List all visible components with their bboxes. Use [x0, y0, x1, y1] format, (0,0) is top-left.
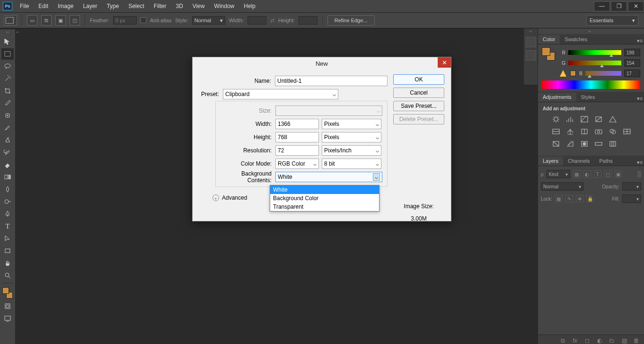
filter-pixel-icon[interactable]: ▦ — [573, 170, 581, 178]
foreground-background-color[interactable] — [1, 286, 14, 300]
layer-style-icon[interactable]: fx — [571, 337, 579, 344]
bg-option-transparent[interactable]: Transparent — [270, 203, 379, 211]
healing-brush-tool[interactable] — [1, 110, 14, 121]
tool-preset-icon[interactable] — [4, 15, 17, 26]
r-value[interactable]: 199 — [624, 49, 640, 56]
marquee-tool[interactable] — [1, 48, 14, 60]
menu-window[interactable]: Window — [210, 1, 239, 11]
bg-option-background-color[interactable]: Background Color — [270, 194, 379, 203]
g-slider[interactable] — [568, 61, 621, 65]
resolution-unit-select[interactable]: Pixels/Inch⌵ — [322, 145, 381, 156]
lock-all-icon[interactable]: 🔒 — [586, 195, 594, 203]
tab-paths[interactable]: Paths — [595, 157, 618, 166]
color-mode-select[interactable]: RGB Color⌵ — [275, 159, 319, 169]
add-selection-icon[interactable]: ⧉ — [41, 15, 52, 26]
magic-wand-tool[interactable] — [1, 73, 14, 84]
bg-option-white[interactable]: White — [270, 185, 379, 194]
new-group-icon[interactable]: 🗀 — [608, 337, 616, 344]
refine-edge-button[interactable]: Refine Edge... — [327, 15, 375, 26]
dodge-tool[interactable] — [1, 196, 14, 207]
menu-view[interactable]: View — [188, 1, 210, 11]
b-slider[interactable] — [585, 71, 621, 76]
history-brush-tool[interactable] — [1, 147, 14, 158]
gradient-map-icon[interactable] — [594, 140, 603, 148]
photo-filter-icon[interactable] — [594, 127, 603, 136]
closest-color-swatch[interactable] — [570, 71, 576, 76]
brush-tool[interactable] — [1, 122, 14, 133]
levels-icon[interactable] — [565, 115, 575, 123]
layers-panel-menu-icon[interactable]: ▾≡ — [635, 159, 644, 166]
dlg-height-input[interactable] — [275, 132, 319, 142]
blend-mode-select[interactable]: Normal▾ — [541, 182, 583, 191]
type-tool[interactable]: T — [1, 221, 14, 232]
adjustments-panel-menu-icon[interactable]: ▾≡ — [635, 96, 644, 102]
menu-type[interactable]: Type — [102, 1, 124, 11]
exposure-icon[interactable] — [594, 115, 603, 123]
menu-help[interactable]: Help — [239, 1, 260, 11]
menu-filter[interactable]: Filter — [149, 1, 171, 11]
hand-tool[interactable] — [1, 257, 14, 269]
new-fill-layer-icon[interactable]: ◐ — [596, 337, 603, 344]
new-layer-icon[interactable]: ▤ — [620, 337, 628, 344]
expand-tabs-icon[interactable]: ‹‹ — [16, 29, 19, 35]
lock-transparency-icon[interactable]: ▦ — [555, 195, 563, 203]
subtract-selection-icon[interactable]: ▣ — [55, 15, 66, 26]
layer-mask-icon[interactable]: ◻ — [583, 337, 591, 344]
lock-position-icon[interactable]: ✥ — [576, 195, 583, 203]
delete-layer-icon[interactable]: 🗑 — [633, 337, 640, 344]
blur-tool[interactable] — [1, 184, 14, 195]
menu-file[interactable]: File — [15, 1, 34, 11]
opt-height-input[interactable] — [299, 16, 318, 25]
color-balance-icon[interactable] — [565, 127, 575, 136]
gradient-tool[interactable] — [1, 171, 14, 183]
opt-width-input[interactable] — [247, 16, 266, 25]
layer-filter-kind[interactable]: Kind▾ — [547, 170, 570, 178]
window-minimize-button[interactable]: — — [594, 1, 610, 11]
bit-depth-select[interactable]: 8 bit⌵ — [322, 159, 381, 169]
pen-tool[interactable] — [1, 208, 14, 220]
filter-type-icon[interactable]: T — [594, 170, 601, 178]
link-layers-icon[interactable]: ⧉ — [559, 337, 566, 344]
color-panel-menu-icon[interactable]: ▾≡ — [635, 38, 644, 44]
filter-smart-icon[interactable]: ▣ — [615, 170, 622, 178]
filter-shape-icon[interactable]: ▢ — [604, 170, 612, 178]
antialias-option[interactable]: Anti-alias — [141, 18, 171, 23]
black-white-icon[interactable] — [580, 127, 589, 136]
gamut-warning-icon[interactable] — [560, 70, 566, 77]
height-unit-select[interactable]: Pixels⌵ — [322, 132, 381, 142]
screen-mode-icon[interactable] — [1, 313, 14, 324]
save-preset-button[interactable]: Save Preset... — [393, 101, 444, 111]
quick-mask-icon[interactable] — [1, 300, 14, 312]
color-fgbg-swatch[interactable] — [542, 47, 555, 61]
r-slider[interactable] — [568, 50, 621, 55]
width-unit-select[interactable]: Pixels⌵ — [322, 119, 381, 129]
g-value[interactable]: 154 — [624, 59, 640, 67]
new-selection-icon[interactable]: ▭ — [27, 15, 37, 26]
tab-adjustments[interactable]: Adjustments — [538, 93, 576, 102]
selective-color-icon[interactable] — [608, 140, 618, 148]
menu-select[interactable]: Select — [124, 1, 149, 11]
lasso-tool[interactable] — [1, 61, 14, 72]
panel-collapse-icon[interactable]: ›› — [0, 29, 15, 35]
opacity-input[interactable]: ▾ — [622, 182, 641, 191]
properties-panel-icon[interactable] — [526, 50, 536, 61]
invert-icon[interactable] — [551, 140, 561, 148]
color-spectrum[interactable] — [542, 80, 640, 89]
bg-contents-select[interactable]: White⌵ — [275, 172, 382, 182]
vibrance-icon[interactable] — [608, 115, 618, 123]
posterize-icon[interactable] — [565, 140, 575, 148]
tab-swatches[interactable]: Swatches — [560, 35, 592, 44]
brightness-contrast-icon[interactable] — [551, 115, 561, 123]
threshold-icon[interactable] — [580, 140, 589, 148]
eyedropper-tool[interactable] — [1, 97, 14, 109]
filter-toggle[interactable] — [637, 171, 641, 177]
dialog-title-bar[interactable]: New ✕ — [193, 57, 451, 70]
swap-dimensions-icon[interactable]: ⇄ — [270, 18, 274, 24]
tab-channels[interactable]: Channels — [563, 157, 594, 166]
name-input[interactable] — [275, 76, 388, 86]
hue-saturation-icon[interactable] — [551, 127, 561, 136]
clone-stamp-tool[interactable] — [1, 134, 14, 146]
curves-icon[interactable] — [580, 115, 589, 123]
zoom-tool[interactable] — [1, 270, 14, 281]
move-tool[interactable] — [1, 36, 14, 47]
